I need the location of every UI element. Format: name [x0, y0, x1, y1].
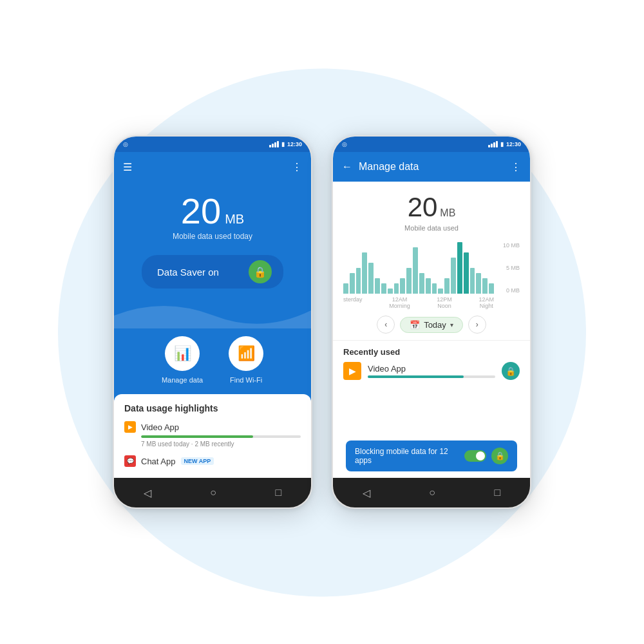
manage-data-label: Mobile data used: [404, 224, 459, 232]
find-wifi-icon-circle: 📶: [229, 336, 263, 371]
data-label-1: Mobile data used today: [173, 232, 252, 241]
chart-bar-12: [419, 273, 424, 294]
app-bar-2: ← Manage data ⋮: [333, 152, 530, 182]
chart-bars: [343, 242, 520, 294]
highlights-title: Data usage highlights: [124, 403, 301, 413]
date-pill[interactable]: 📅 Today ▾: [400, 317, 463, 333]
manage-data-display: 20 MB: [408, 192, 456, 223]
chat-app-item[interactable]: 💬 Chat App NEW APP: [124, 455, 301, 467]
date-label: Today: [424, 320, 446, 330]
app-bar-1: ☰ ⋮: [114, 152, 311, 182]
back-button-2[interactable]: ◁: [363, 487, 370, 499]
chart-bar-8: [394, 283, 399, 294]
data-unit-1: MB: [225, 213, 244, 225]
chart-bar-16: [444, 278, 450, 294]
x-label-morning: 12AMMorning: [389, 296, 410, 309]
chart-bar-19: [464, 252, 469, 294]
chat-app-icon: 💬: [124, 455, 136, 467]
battery-icon-1: ▮: [281, 141, 285, 147]
chart-bar-9: [400, 278, 405, 294]
data-hero-1: 20 MB Mobile data used today: [114, 182, 311, 247]
video-progress-fill: [141, 435, 253, 438]
back-icon-2[interactable]: ←: [342, 161, 352, 173]
video-app-item[interactable]: ▶ Video App 7 MB used today · 2 MB recen…: [124, 421, 301, 448]
blocking-lock-icon: 🔒: [491, 448, 508, 464]
y-label-bot: 0 MB: [503, 287, 520, 294]
phone2-main: 20 MB Mobile data used 10 MB 5 MB 0 MB s…: [333, 182, 530, 478]
chat-app-header: 💬 Chat App NEW APP: [124, 455, 301, 467]
dropdown-arrow-icon: ▾: [450, 321, 453, 328]
chart-bar-17: [451, 258, 456, 294]
find-wifi-icon: 📶: [238, 345, 255, 362]
y-label-mid: 5 MB: [503, 265, 520, 271]
manage-data-action[interactable]: 📊 Manage data: [162, 336, 203, 384]
video-app-lock-icon[interactable]: 🔒: [502, 362, 520, 380]
home-button-1[interactable]: ○: [210, 487, 216, 498]
more-icon-2[interactable]: ⋮: [511, 161, 521, 173]
chart-bar-3: [362, 252, 367, 294]
next-date-button[interactable]: ›: [468, 316, 486, 334]
blocking-banner[interactable]: Blocking mobile data for 12 apps 🔒: [346, 440, 517, 471]
manage-data-label: Manage data: [162, 376, 203, 384]
blocking-banner-wrapper: Blocking mobile data for 12 apps 🔒: [333, 437, 530, 478]
manage-data-icon: 📊: [174, 345, 191, 362]
more-icon-1[interactable]: ⋮: [292, 161, 302, 173]
data-number-1: 20: [181, 193, 221, 229]
phone-1: ◎ ▮ 12:30 ☰ ⋮ 20: [113, 135, 312, 509]
app-bar-title-2: Manage data: [359, 161, 419, 173]
manage-data-icon-circle: 📊: [165, 336, 200, 371]
chart-bar-13: [426, 278, 431, 294]
chart-bar-23: [489, 283, 494, 294]
phone1-main: 20 MB Mobile data used today Data Saver …: [114, 182, 311, 478]
video-app-info: Video App: [368, 364, 495, 378]
signal-icon-1: [269, 141, 279, 147]
y-label-top: 10 MB: [503, 242, 520, 249]
chart-bar-7: [388, 289, 393, 294]
data-saver-button[interactable]: Data Saver on 🔒: [142, 255, 283, 289]
quick-actions: 📊 Manage data 📶 Find Wi-Fi: [114, 331, 311, 392]
chart-area: 10 MB 5 MB 0 MB sterday 12AMMorning 12PM…: [333, 237, 530, 309]
bottom-nav-1: ◁ ○ □: [114, 478, 311, 507]
phones-container: ◎ ▮ 12:30 ☰ ⋮ 20: [113, 135, 531, 509]
status-bar-2: ◎ ▮ 12:30: [333, 137, 530, 152]
video-app-name: Video App: [141, 422, 179, 432]
status-right-2: ▮ 12:30: [488, 141, 521, 147]
signal-icon-2: [488, 141, 498, 147]
recently-used-title: Recently used: [343, 347, 520, 357]
status-right-1: ▮ 12:30: [269, 141, 302, 147]
status-bar-1: ◎ ▮ 12:30: [114, 137, 311, 152]
blocking-toggle[interactable]: [464, 450, 486, 462]
new-app-badge: NEW APP: [181, 457, 214, 465]
chart-bar-5: [375, 278, 380, 294]
back-button-1[interactable]: ◁: [144, 487, 151, 499]
chart-bar-15: [438, 289, 443, 294]
data-saver-toggle-icon[interactable]: 🔒: [249, 260, 272, 283]
home-button-2[interactable]: ○: [429, 487, 435, 498]
chart-bar-0: [343, 283, 348, 294]
recent-button-1[interactable]: □: [276, 487, 282, 498]
find-wifi-label: Find Wi-Fi: [230, 376, 262, 384]
video-app-icon: ▶: [124, 421, 136, 433]
menu-icon-1[interactable]: ☰: [123, 161, 132, 173]
chat-app-name: Chat App: [141, 457, 176, 466]
status-left-1: ◎: [123, 141, 128, 147]
date-nav: ‹ 📅 Today ▾ ›: [333, 309, 530, 341]
manage-hero: 20 MB Mobile data used: [333, 182, 530, 237]
battery-icon-2: ▮: [500, 141, 504, 147]
x-label-night: 12AMNight: [478, 296, 494, 309]
data-amount-display-1: 20 MB: [181, 193, 244, 229]
find-wifi-action[interactable]: 📶 Find Wi-Fi: [229, 336, 263, 384]
prev-date-button[interactable]: ‹: [377, 316, 395, 334]
video-progress-bar: [141, 435, 301, 438]
recent-button-2[interactable]: □: [495, 487, 501, 498]
video-app-bar-fill: [368, 375, 464, 378]
chart-bar-18: [457, 242, 462, 294]
manage-data-unit: MB: [440, 207, 455, 219]
blocking-text: Blocking mobile data for 12 apps: [355, 447, 459, 465]
toggle-switch[interactable]: [464, 450, 486, 462]
x-label-yesterday: sterday: [343, 296, 363, 309]
chart-bar-10: [406, 268, 412, 294]
video-app-row[interactable]: ▶ Video App 🔒: [343, 362, 520, 380]
toggle-knob: [476, 451, 485, 460]
phone-2: ◎ ▮ 12:30 ← Manage data ⋮: [332, 135, 531, 509]
